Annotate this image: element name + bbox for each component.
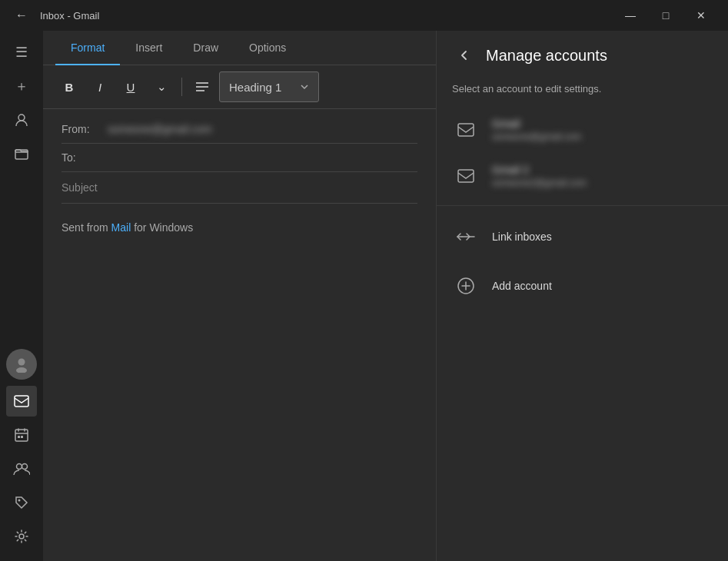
title-bar-controls: — □ ✕ bbox=[613, 3, 719, 28]
sidebar-icon-people[interactable] bbox=[6, 453, 37, 484]
svg-rect-5 bbox=[15, 430, 28, 441]
sidebar-icon-mail[interactable] bbox=[6, 386, 37, 417]
tab-insert[interactable]: Insert bbox=[120, 31, 178, 65]
svg-point-9 bbox=[22, 464, 28, 470]
title-bar-title: Inbox - Gmail bbox=[40, 10, 613, 22]
add-account-button[interactable]: Add account bbox=[437, 261, 728, 310]
accounts-subtitle: Select an account to edit settings. bbox=[437, 80, 728, 107]
tab-options[interactable]: Options bbox=[234, 31, 301, 65]
minimize-button[interactable]: — bbox=[613, 3, 648, 28]
format-tabs: Format Insert Draw Options bbox=[43, 31, 436, 65]
add-account-icon bbox=[452, 272, 480, 300]
align-button[interactable] bbox=[188, 73, 216, 101]
sidebar-icon-compose[interactable]: ＋ bbox=[6, 71, 37, 101]
subject-placeholder: Subject bbox=[61, 181, 98, 194]
back-arrow-icon: ← bbox=[15, 8, 28, 22]
accounts-divider bbox=[437, 205, 728, 206]
account-email-1: someone2@gmail.com bbox=[492, 178, 587, 188]
account-name-1: Gmail 2 bbox=[492, 164, 587, 176]
svg-rect-16 bbox=[458, 170, 474, 182]
account-email-0: someone@gmail.com bbox=[492, 131, 581, 142]
close-button[interactable]: ✕ bbox=[683, 3, 719, 28]
svg-point-2 bbox=[18, 359, 25, 366]
minimize-icon: — bbox=[625, 9, 636, 22]
svg-point-8 bbox=[17, 464, 22, 470]
svg-point-3 bbox=[16, 367, 27, 373]
sidebar-icon-calendar[interactable] bbox=[6, 420, 37, 450]
sidebar-icon-person[interactable] bbox=[6, 105, 37, 135]
sidebar-icon-tag[interactable] bbox=[6, 487, 37, 518]
close-icon: ✕ bbox=[696, 9, 706, 22]
italic-button[interactable]: I bbox=[86, 73, 114, 101]
email-body[interactable]: Sent from Mail for Windows bbox=[61, 204, 417, 251]
account-name-0: Gmail bbox=[492, 118, 581, 130]
svg-point-0 bbox=[18, 115, 25, 121]
title-bar: ← Inbox - Gmail — □ ✕ bbox=[0, 0, 728, 31]
account-item-1[interactable]: Gmail 2 someone2@gmail.com bbox=[437, 153, 728, 199]
tab-draw[interactable]: Draw bbox=[178, 31, 234, 65]
bold-button[interactable]: B bbox=[55, 73, 83, 101]
svg-rect-6 bbox=[18, 436, 20, 438]
link-inboxes-button[interactable]: Link inboxes bbox=[437, 212, 728, 261]
accounts-panel: Manage accounts Select an account to edi… bbox=[436, 31, 728, 561]
to-field[interactable]: To: bbox=[61, 144, 417, 172]
to-label: To: bbox=[61, 151, 108, 164]
sidebar-icon-settings[interactable] bbox=[6, 521, 37, 552]
account-info-1: Gmail 2 someone2@gmail.com bbox=[492, 164, 587, 188]
email-form: From: someone@gmail.com To: Subject Sent… bbox=[43, 109, 436, 257]
svg-rect-7 bbox=[21, 436, 23, 438]
maximize-button[interactable]: □ bbox=[648, 3, 683, 28]
svg-rect-15 bbox=[458, 124, 474, 136]
compose-area: Format Insert Draw Options B I U ⌄ Headi… bbox=[43, 31, 436, 561]
svg-rect-4 bbox=[15, 396, 28, 407]
account-item-0[interactable]: Gmail someone@gmail.com bbox=[437, 107, 728, 153]
maximize-icon: □ bbox=[663, 9, 669, 22]
user-avatar[interactable] bbox=[6, 349, 37, 380]
link-inboxes-label: Link inboxes bbox=[492, 231, 552, 243]
title-bar-back-btn[interactable]: ← bbox=[9, 3, 34, 28]
body-suffix: for Windows bbox=[131, 221, 193, 234]
accounts-header: Manage accounts bbox=[437, 31, 728, 80]
svg-point-10 bbox=[18, 500, 21, 502]
toolbar-divider bbox=[181, 78, 182, 96]
from-field: From: someone@gmail.com bbox=[61, 115, 417, 144]
text-format-chevron[interactable]: ⌄ bbox=[148, 73, 175, 101]
add-account-label: Add account bbox=[492, 280, 552, 292]
heading-chevron-icon bbox=[300, 82, 309, 91]
sidebar-icon-folder[interactable] bbox=[6, 138, 37, 169]
body-prefix: Sent from bbox=[61, 221, 111, 234]
main-layout: ☰ ＋ bbox=[0, 31, 728, 561]
accounts-back-button[interactable] bbox=[452, 43, 477, 68]
account-info-0: Gmail someone@gmail.com bbox=[492, 118, 581, 142]
link-inboxes-icon bbox=[452, 223, 480, 251]
account-mail-icon-0 bbox=[452, 116, 480, 144]
heading-dropdown[interactable]: Heading 1 bbox=[219, 71, 319, 102]
svg-point-11 bbox=[19, 534, 24, 539]
underline-button[interactable]: U bbox=[117, 73, 145, 101]
account-mail-icon-1 bbox=[452, 162, 480, 190]
accounts-title: Manage accounts bbox=[486, 47, 607, 65]
mail-link[interactable]: Mail bbox=[111, 221, 131, 234]
heading-label: Heading 1 bbox=[229, 81, 295, 94]
sidebar: ☰ ＋ bbox=[0, 31, 43, 561]
subject-field[interactable]: Subject bbox=[61, 172, 417, 204]
format-toolbar: B I U ⌄ Heading 1 bbox=[43, 65, 436, 109]
from-label: From: bbox=[61, 123, 108, 135]
from-value: someone@gmail.com bbox=[108, 123, 417, 135]
sidebar-icon-hamburger[interactable]: ☰ bbox=[6, 37, 37, 68]
tab-format[interactable]: Format bbox=[55, 31, 120, 65]
